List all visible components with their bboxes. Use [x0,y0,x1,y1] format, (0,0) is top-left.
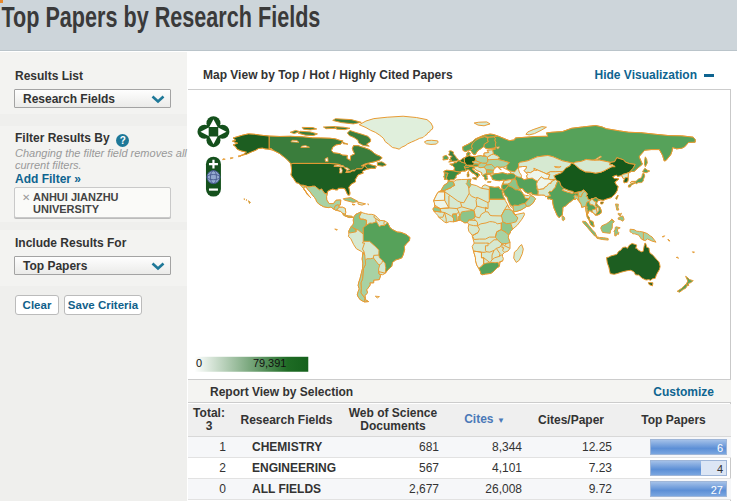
svg-text:79,391: 79,391 [253,357,287,369]
svg-text:0: 0 [196,357,202,369]
